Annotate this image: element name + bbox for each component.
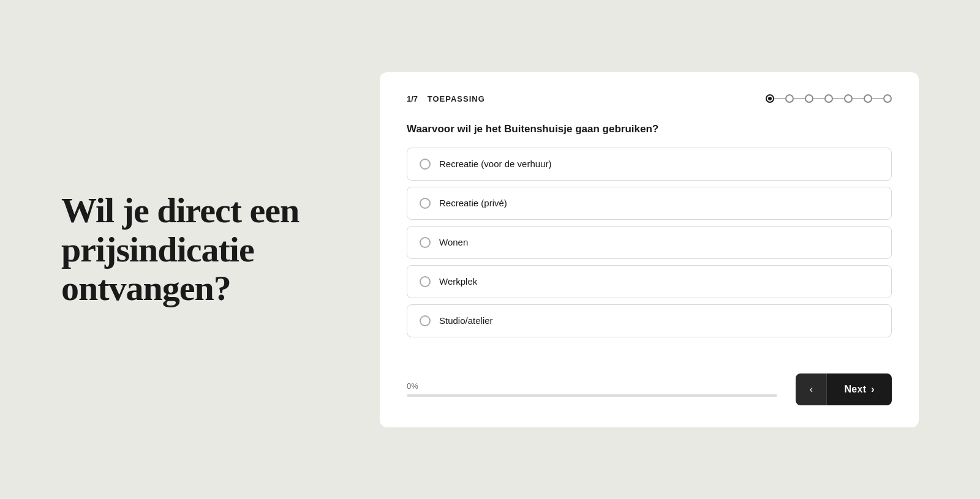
step-number: 1/7 bbox=[407, 94, 418, 103]
next-button-label: Next bbox=[844, 384, 866, 395]
option-studio-atelier[interactable]: Studio/atelier bbox=[407, 304, 892, 337]
prev-button[interactable]: ‹ bbox=[796, 373, 826, 405]
radio-icon-2 bbox=[420, 198, 431, 209]
radio-icon-1 bbox=[420, 159, 431, 170]
dot-5 bbox=[844, 94, 853, 103]
step-indicator: 1/7 TOEPASSING bbox=[407, 94, 485, 103]
option-label-5: Studio/atelier bbox=[439, 315, 493, 326]
option-werkplek[interactable]: Werkplek bbox=[407, 265, 892, 298]
dot-7 bbox=[883, 94, 892, 103]
progress-dots bbox=[766, 94, 892, 103]
dot-4 bbox=[824, 94, 833, 103]
progress-percent: 0% bbox=[407, 381, 777, 391]
dot-line-4 bbox=[833, 98, 844, 99]
radio-icon-3 bbox=[420, 237, 431, 248]
dot-line-1 bbox=[774, 98, 785, 99]
form-header: 1/7 TOEPASSING bbox=[407, 94, 892, 103]
option-label-3: Wonen bbox=[439, 237, 468, 247]
question-title: Waarvoor wil je het Buitenshuisje gaan g… bbox=[407, 123, 892, 135]
dot-3 bbox=[805, 94, 813, 103]
page-container: Wil je direct een prijsindicatie ontvang… bbox=[24, 29, 956, 470]
options-list: Recreatie (voor de verhuur) Recreatie (p… bbox=[407, 148, 892, 355]
nav-buttons: ‹ Next › bbox=[796, 373, 892, 405]
form-panel: 1/7 TOEPASSING Waarvoor wil bbox=[380, 72, 919, 427]
chevron-right-icon: › bbox=[871, 384, 875, 395]
dot-6 bbox=[864, 94, 872, 103]
option-label-1: Recreatie (voor de verhuur) bbox=[439, 159, 551, 169]
radio-icon-5 bbox=[420, 315, 431, 326]
radio-icon-4 bbox=[420, 276, 431, 287]
progress-section: 0% bbox=[407, 381, 777, 397]
next-button[interactable]: Next › bbox=[827, 373, 892, 405]
chevron-left-icon: ‹ bbox=[810, 384, 813, 395]
dot-line-2 bbox=[794, 98, 805, 99]
form-footer: 0% ‹ Next › bbox=[407, 373, 892, 405]
option-label-2: Recreatie (privé) bbox=[439, 198, 507, 208]
dot-1 bbox=[766, 94, 774, 103]
dot-2 bbox=[785, 94, 794, 103]
option-wonen[interactable]: Wonen bbox=[407, 226, 892, 259]
dot-line-3 bbox=[813, 98, 824, 99]
option-label-4: Werkplek bbox=[439, 276, 477, 287]
dot-line-5 bbox=[853, 98, 864, 99]
option-recreatie-prive[interactable]: Recreatie (privé) bbox=[407, 187, 892, 220]
progress-bar-track bbox=[407, 394, 777, 397]
left-panel: Wil je direct een prijsindicatie ontvang… bbox=[61, 191, 343, 308]
dot-line-6 bbox=[872, 98, 883, 99]
hero-title: Wil je direct een prijsindicatie ontvang… bbox=[61, 191, 343, 308]
option-recreatie-verhuur[interactable]: Recreatie (voor de verhuur) bbox=[407, 148, 892, 181]
step-label: TOEPASSING bbox=[428, 94, 485, 103]
